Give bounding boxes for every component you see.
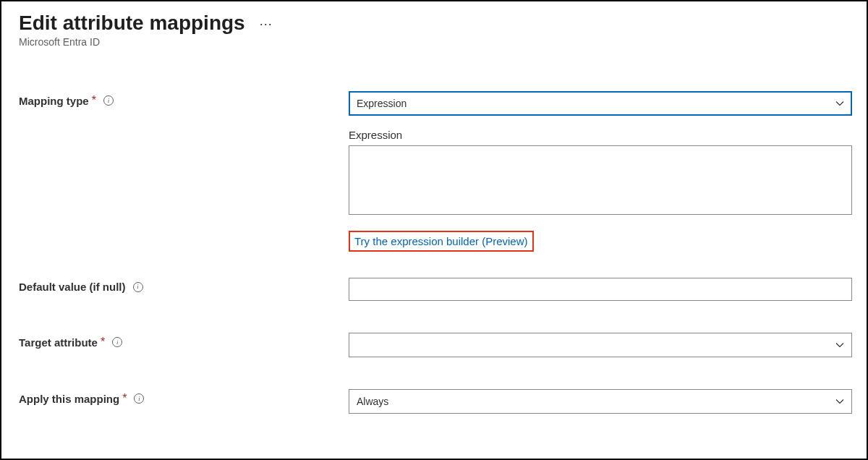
default-value-input[interactable] (349, 278, 852, 301)
field-row-target-attribute: Target attribute * i (19, 333, 852, 357)
field-row-apply-mapping: Apply this mapping * i Always (19, 389, 852, 414)
form: Mapping type * i Expression Expression T… (19, 91, 852, 414)
expression-textarea[interactable] (349, 145, 852, 215)
control-apply-mapping: Always (349, 389, 852, 414)
chevron-down-icon (835, 99, 844, 108)
mapping-type-select[interactable]: Expression (349, 91, 852, 116)
label-text: Apply this mapping (19, 393, 119, 405)
target-attribute-select[interactable] (349, 333, 852, 357)
apply-mapping-select[interactable]: Always (349, 389, 852, 414)
control-target-attribute (349, 333, 852, 357)
label-mapping-type: Mapping type * i (19, 91, 349, 107)
field-row-default-value: Default value (if null) i (19, 278, 852, 301)
label-text: Target attribute (19, 336, 98, 349)
label-apply-mapping: Apply this mapping * i (19, 389, 349, 405)
required-star: * (101, 336, 105, 349)
builder-link-row: Try the expression builder (Preview) (349, 231, 852, 252)
expression-builder-link[interactable]: Try the expression builder (Preview) (350, 232, 532, 250)
required-star: * (92, 94, 96, 107)
highlight-box: Try the expression builder (Preview) (349, 231, 534, 252)
more-actions-button[interactable]: ··· (260, 12, 273, 32)
page-title: Edit attribute mappings (19, 12, 245, 35)
select-value: Always (357, 396, 388, 407)
label-target-attribute: Target attribute * i (19, 333, 349, 349)
chevron-down-icon (835, 397, 844, 406)
required-star: * (122, 392, 127, 405)
chevron-down-icon (835, 341, 844, 349)
label-text: Default value (if null) (19, 281, 126, 293)
header-row: Edit attribute mappings ··· (19, 9, 852, 35)
field-row-mapping-type: Mapping type * i Expression Expression T… (19, 91, 852, 252)
label-default-value: Default value (if null) i (19, 278, 349, 293)
info-icon[interactable]: i (133, 282, 143, 292)
control-mapping-type: Expression Expression Try the expression… (349, 91, 852, 252)
service-subtitle: Microsoft Entra ID (19, 36, 852, 48)
expression-label: Expression (349, 129, 852, 141)
info-icon[interactable]: i (103, 95, 114, 106)
page-frame: Edit attribute mappings ··· Microsoft En… (0, 0, 868, 460)
control-default-value (349, 278, 852, 301)
select-value: Expression (357, 98, 407, 109)
info-icon[interactable]: i (134, 393, 144, 404)
info-icon[interactable]: i (112, 337, 122, 347)
label-text: Mapping type (19, 95, 89, 107)
